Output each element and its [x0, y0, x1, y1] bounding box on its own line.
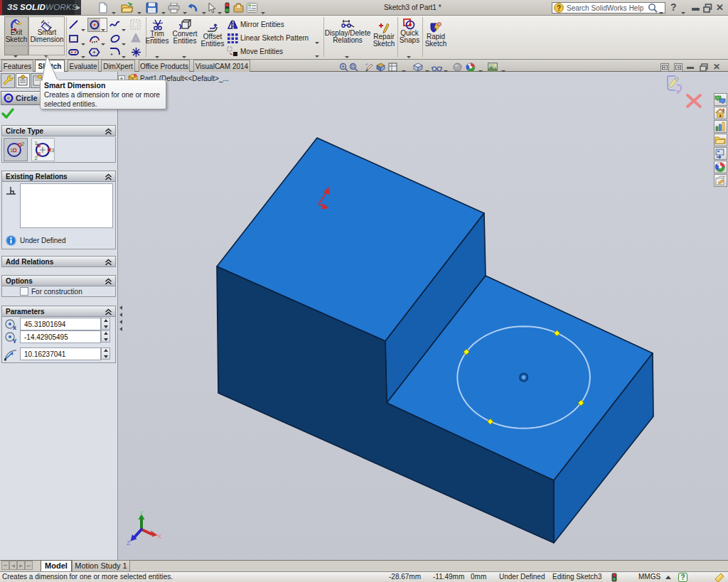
- svg-text:x: x: [13, 324, 16, 330]
- svg-text:Z: Z: [127, 539, 131, 546]
- svg-text:X: X: [157, 533, 161, 540]
- svg-text:1: 1: [35, 140, 38, 146]
- svg-text:3: 3: [51, 147, 54, 153]
- svg-text:?: ?: [557, 4, 561, 12]
- svg-text:y: y: [13, 337, 16, 343]
- svg-text:?: ?: [681, 573, 685, 581]
- svg-text:2: 2: [21, 141, 25, 147]
- svg-text:Y: Y: [139, 510, 144, 517]
- svg-text:2: 2: [35, 155, 38, 161]
- svg-text:1: 1: [10, 148, 13, 153]
